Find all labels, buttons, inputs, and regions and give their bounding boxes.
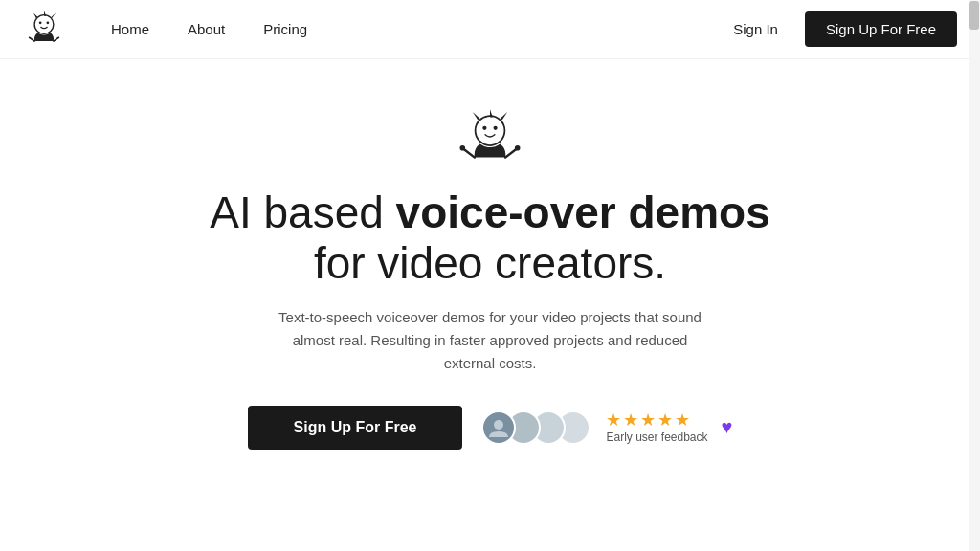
star-3: ★ — [640, 411, 656, 429]
hero-title-part2: for video creators. — [314, 238, 666, 288]
star-rating: ★ ★ ★ ★ ★ — [606, 411, 690, 429]
sign-up-button-hero[interactable]: Sign Up For Free — [248, 406, 463, 450]
svg-point-2 — [46, 21, 49, 24]
svg-point-5 — [494, 126, 498, 130]
sign-up-button-nav[interactable]: Sign Up For Free — [805, 11, 957, 47]
cta-row: Sign Up For Free ★ ★ ★ ★ — [248, 406, 733, 450]
svg-point-6 — [460, 145, 466, 151]
navbar-links: Home About Pricing — [96, 13, 722, 45]
scrollbar-thumb[interactable] — [969, 1, 979, 30]
hero-mascot-icon — [457, 105, 523, 172]
avatar-group — [481, 410, 581, 445]
logo[interactable] — [23, 9, 65, 51]
nav-home[interactable]: Home — [96, 13, 165, 45]
star-half: ★ — [675, 411, 690, 429]
nav-pricing[interactable]: Pricing — [248, 13, 323, 45]
social-proof: ★ ★ ★ ★ ★ Early user feedback ♥ — [481, 410, 732, 445]
star-1: ★ — [606, 411, 621, 429]
hero-subtitle: Text-to-speech voiceover demos for your … — [270, 306, 710, 375]
early-feedback-label: Early user feedback — [606, 430, 707, 444]
star-2: ★ — [623, 411, 638, 429]
svg-point-1 — [39, 21, 42, 24]
svg-point-4 — [482, 126, 486, 130]
svg-point-8 — [494, 420, 503, 430]
svg-point-0 — [34, 14, 54, 33]
navbar: Home About Pricing Sign In Sign Up For F… — [0, 0, 980, 59]
nav-about[interactable]: About — [172, 13, 240, 45]
social-text-group: ★ ★ ★ ★ ★ Early user feedback — [606, 411, 707, 444]
navbar-actions: Sign In Sign Up For Free — [722, 11, 957, 47]
heart-icon: ♥ — [722, 416, 733, 438]
star-4: ★ — [657, 411, 673, 429]
hero-title: AI based voice-over demos for video crea… — [210, 187, 770, 289]
scrollbar[interactable] — [969, 0, 980, 551]
hero-section: AI based voice-over demos for video crea… — [0, 59, 980, 450]
svg-point-3 — [476, 116, 505, 145]
hero-title-part1: AI based — [210, 187, 395, 237]
sign-in-link[interactable]: Sign In — [722, 13, 790, 45]
svg-point-7 — [515, 145, 521, 151]
logo-icon — [23, 9, 65, 51]
hero-title-bold: voice-over demos — [396, 187, 770, 237]
